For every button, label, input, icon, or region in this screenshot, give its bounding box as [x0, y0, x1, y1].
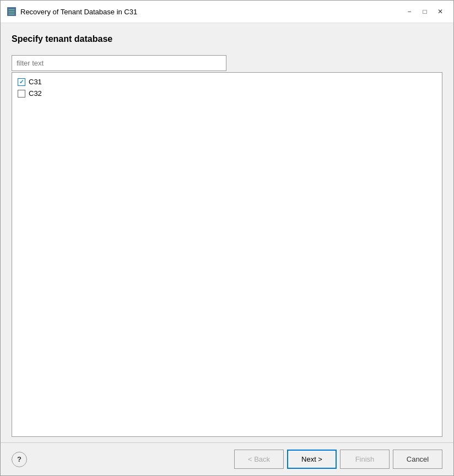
cancel-button[interactable]: Cancel: [393, 450, 442, 469]
c31-checkbox[interactable]: [18, 78, 25, 86]
svg-rect-2: [8, 13, 15, 15]
back-button[interactable]: < Back: [234, 450, 284, 469]
c31-label: C31: [29, 78, 42, 86]
finish-button[interactable]: Finish: [340, 450, 390, 469]
list-item[interactable]: C32: [12, 88, 442, 99]
title-bar: Recovery of Tenant Database in C31 − □ ✕: [1, 1, 453, 23]
title-bar-left: Recovery of Tenant Database in C31: [7, 7, 137, 16]
c32-label: C32: [29, 89, 42, 98]
svg-rect-0: [8, 9, 15, 10]
help-button[interactable]: ?: [12, 452, 27, 467]
main-window: Recovery of Tenant Database in C31 − □ ✕…: [0, 0, 454, 476]
filter-input[interactable]: [12, 55, 226, 71]
footer-right: < Back Next > Finish Cancel: [234, 450, 442, 469]
footer: ? < Back Next > Finish Cancel: [1, 442, 453, 475]
database-icon: [7, 7, 16, 16]
close-button[interactable]: ✕: [434, 5, 447, 18]
title-bar-controls: − □ ✕: [403, 5, 447, 18]
window-title: Recovery of Tenant Database in C31: [20, 8, 137, 16]
footer-left: ?: [12, 452, 27, 467]
page-title: Specify tenant database: [12, 34, 442, 44]
minimize-button[interactable]: −: [403, 5, 416, 18]
content-area: Specify tenant database C31 C32: [1, 23, 453, 442]
next-button[interactable]: Next >: [287, 450, 337, 469]
maximize-button[interactable]: □: [418, 5, 431, 18]
list-item[interactable]: C31: [12, 76, 442, 88]
database-list: C31 C32: [12, 72, 442, 437]
c32-checkbox[interactable]: [18, 90, 25, 98]
svg-rect-1: [8, 11, 15, 13]
